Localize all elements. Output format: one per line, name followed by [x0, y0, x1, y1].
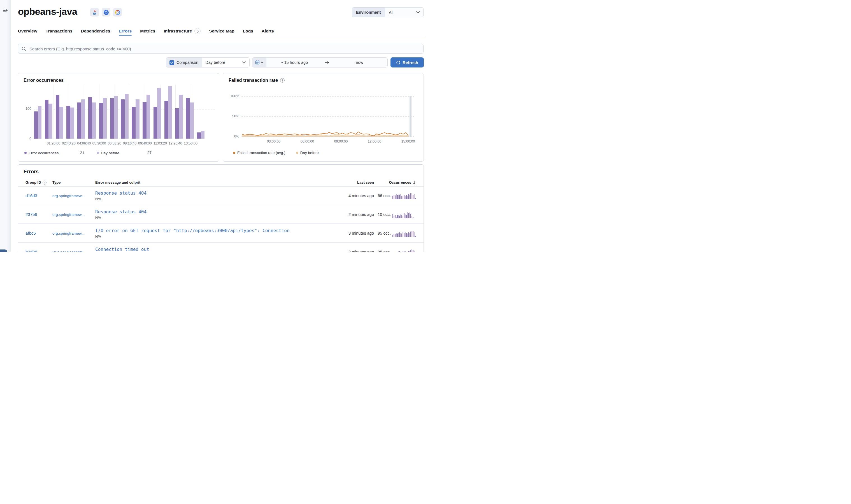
tab-service-map[interactable]: Service Map	[209, 27, 234, 35]
tab-overview[interactable]: Overview	[18, 27, 37, 35]
refresh-label: Refresh	[403, 60, 418, 65]
errors-table-body: d16d3org.springframew...Response status …	[18, 186, 424, 252]
bar-previous[interactable]	[157, 88, 161, 139]
bar-previous[interactable]	[146, 95, 150, 139]
bar-previous[interactable]	[103, 98, 107, 139]
time-range-start[interactable]: ~ 15 hours ago	[266, 58, 322, 67]
bar-previous[interactable]	[201, 131, 205, 139]
error-type-link[interactable]: org.springframew...	[52, 213, 85, 217]
occurrences-count: 95 occ.	[378, 231, 391, 235]
tab-dependencies[interactable]: Dependencies	[81, 27, 110, 35]
bar-current[interactable]	[143, 102, 146, 139]
apm-service-errors-page: opbeans-java	[0, 0, 425, 252]
spark-bar	[397, 215, 398, 218]
legend-item-failed-rate[interactable]: Failed transaction rate (avg.)	[233, 151, 285, 155]
spark-bar	[409, 251, 410, 252]
comparison-select[interactable]: Day before	[202, 58, 249, 67]
error-message-link[interactable]: Response status 404	[95, 191, 290, 196]
error-group-link[interactable]: 23756	[25, 212, 37, 217]
bar-current[interactable]	[99, 103, 103, 139]
kubernetes-icon	[102, 8, 110, 17]
search-input[interactable]	[18, 44, 424, 54]
environment-select[interactable]: Environment All	[352, 7, 424, 17]
bar-previous[interactable]	[179, 95, 183, 139]
bar-previous[interactable]	[92, 103, 96, 139]
legend-item-day-before[interactable]: Day before	[296, 151, 319, 155]
errors-table-title: Errors	[23, 169, 39, 175]
bar-current[interactable]	[197, 132, 201, 139]
tab-logs[interactable]: Logs	[243, 27, 253, 35]
bar-previous[interactable]	[70, 108, 74, 139]
bar-current[interactable]	[186, 98, 190, 139]
refresh-button[interactable]: Refresh	[390, 57, 424, 68]
bar-current[interactable]	[45, 100, 49, 139]
spark-bar	[405, 232, 406, 237]
bar-previous[interactable]	[190, 103, 194, 139]
tab-label: Transactions	[46, 29, 73, 34]
bar-current[interactable]	[164, 101, 169, 139]
bar-current[interactable]	[110, 98, 114, 139]
error-message-link[interactable]: Connection timed out	[95, 247, 290, 252]
spark-bar	[399, 251, 400, 252]
bar-previous[interactable]	[38, 106, 42, 139]
time-range-end[interactable]: now	[332, 58, 387, 67]
bar-current[interactable]	[34, 111, 38, 139]
x-tick-label: 09:00:00	[331, 140, 351, 143]
tab-alerts[interactable]: Alerts	[262, 27, 274, 35]
bar-previous[interactable]	[125, 94, 128, 139]
tab-infrastructure[interactable]: Infrastructureβ	[164, 27, 200, 35]
legend-label-failed-rate: Failed transaction rate (avg.)	[237, 151, 285, 155]
legend-item-previous[interactable]: Day before 27	[96, 151, 152, 155]
tab-label: Logs	[243, 29, 253, 34]
bar-previous[interactable]	[136, 100, 140, 139]
error-group-link[interactable]: b2d86	[25, 250, 37, 252]
bar-current[interactable]	[175, 108, 179, 139]
bar-previous[interactable]	[114, 96, 118, 139]
spark-bar	[392, 235, 393, 237]
search-icon	[21, 47, 26, 51]
bar-current[interactable]	[66, 106, 70, 139]
spark-bar	[414, 194, 414, 199]
bar-previous[interactable]	[49, 104, 52, 139]
bar-current[interactable]	[132, 107, 136, 139]
column-occurrences-sort[interactable]: Occurrences	[374, 180, 416, 184]
cell-last-seen: 4 minutes ago	[329, 194, 374, 198]
spark-bar	[415, 236, 416, 237]
error-group-link[interactable]: afbc5	[25, 231, 36, 235]
error-message-link[interactable]: Response status 404	[95, 209, 290, 215]
bar-current[interactable]	[77, 103, 81, 139]
error-type-link[interactable]: org.springframew...	[52, 231, 85, 235]
error-type-link[interactable]: org.springframew...	[52, 194, 85, 198]
column-occurrences-label: Occurrences	[389, 180, 411, 184]
bar-previous[interactable]	[168, 86, 172, 139]
error-occurrences-legend: Error occurrences 21 Day before 27	[24, 151, 152, 155]
bar-pair	[197, 131, 205, 139]
spark-bar	[404, 233, 405, 237]
tab-metrics[interactable]: Metrics	[140, 27, 155, 35]
expand-sidebar-icon[interactable]	[2, 7, 8, 13]
environment-current: All	[389, 10, 394, 15]
calendar-menu-button[interactable]	[252, 58, 266, 67]
legend-dot-current	[24, 152, 26, 154]
error-message-link[interactable]: I/O error on GET request for "http://opb…	[95, 228, 290, 233]
error-group-link[interactable]: d16d3	[25, 193, 37, 198]
spark-bar	[407, 234, 408, 237]
legend-label-current: Error occurrences	[29, 151, 58, 155]
chevron-down-icon	[416, 11, 420, 14]
tab-transactions[interactable]: Transactions	[46, 27, 73, 35]
column-group-id: Group ID ?	[25, 180, 52, 184]
arrow-right-icon	[322, 58, 332, 67]
bar-current[interactable]	[88, 97, 92, 139]
bar-current[interactable]	[154, 107, 157, 139]
bar-current[interactable]	[121, 100, 125, 139]
bar-previous[interactable]	[59, 107, 63, 139]
bar-current[interactable]	[56, 95, 60, 139]
tab-errors[interactable]: Errors	[119, 27, 132, 35]
legend-item-current[interactable]: Error occurrences 21	[24, 151, 84, 155]
cell-last-seen: 3 minutes ago	[329, 231, 374, 235]
comparison-checkbox[interactable]	[170, 60, 174, 65]
bar-previous[interactable]	[81, 100, 85, 139]
error-culprit: N/A	[95, 235, 329, 238]
error-type-link[interactable]: java.net.ConnectE...	[52, 250, 87, 252]
beta-badge: β	[194, 28, 200, 34]
